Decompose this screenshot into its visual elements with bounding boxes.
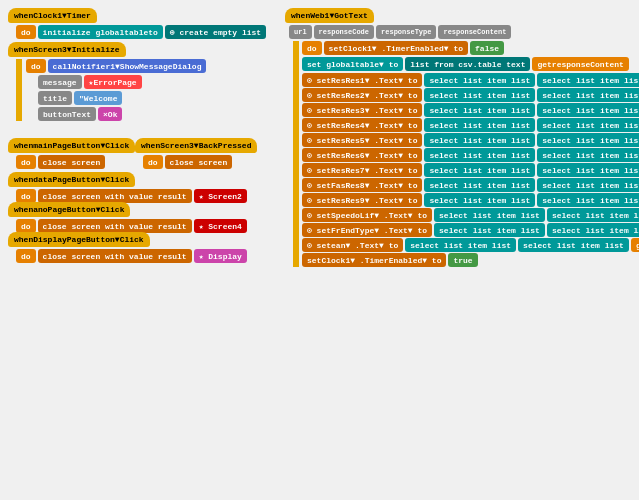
sel-list-item11b[interactable]: select list item list xyxy=(547,223,639,237)
sel-list-item2a[interactable]: select list item list xyxy=(424,88,535,102)
param-rescode: responseCode xyxy=(314,25,374,39)
sel-list-item6b[interactable]: select list item list xyxy=(537,148,639,162)
when-mainpage-click[interactable]: when mainPageButton ▼ Click xyxy=(8,138,135,153)
set-resres7[interactable]: ⊙ set ResRes7 ▼ .Text ▼ to xyxy=(302,163,422,177)
sel-list-item8b[interactable]: select list item list xyxy=(537,178,639,192)
sel-list-item10a[interactable]: select list item list xyxy=(434,208,545,222)
when-web1-gottext[interactable]: when Web1 ▼ GotText xyxy=(285,8,374,23)
sel-list-item1b[interactable]: select list item list xyxy=(537,73,639,87)
error-page-val[interactable]: ★ ErrorPage xyxy=(84,75,142,89)
sel-list-item5a[interactable]: select list item list xyxy=(424,133,535,147)
set-clock1-timer-true[interactable]: set Clock1 ▼ .TimerEnabled ▼ to xyxy=(302,253,446,267)
get-global-table12[interactable]: get global table xyxy=(631,238,639,252)
set-resres5[interactable]: ⊙ set ResRes5 ▼ .Text ▼ to xyxy=(302,133,422,147)
close-screen-value2[interactable]: close screen with value result xyxy=(38,219,192,233)
close-screen1[interactable]: close screen xyxy=(38,155,106,169)
close-screen2[interactable]: close screen xyxy=(165,155,233,169)
sel-list-item10b[interactable]: select list item list xyxy=(547,208,639,222)
set-clock1-timer-false[interactable]: set Clock1 ▼ .TimerEnabled ▼ to xyxy=(324,41,468,55)
set-resres4[interactable]: ⊙ set ResRes4 ▼ .Text ▼ to xyxy=(302,118,422,132)
clock1-timer-group: when Clock1 ▼ Timer do initialize global… xyxy=(8,8,268,41)
ok-val[interactable]: × Ok xyxy=(98,107,122,121)
close-screen-value1[interactable]: close screen with value result xyxy=(38,189,192,203)
do-label-right: do xyxy=(302,41,322,55)
sel-list-item12b[interactable]: select list item list xyxy=(518,238,629,252)
get-response-content[interactable]: get responseContent xyxy=(532,57,628,71)
displaypage-click-group: when DisplayPageButton ▼ Click do close … xyxy=(8,232,249,265)
welcome-val[interactable]: " Welcome xyxy=(74,91,122,105)
mainpage-click-group: when mainPageButton ▼ Click do close scr… xyxy=(8,138,137,171)
set-fasres8[interactable]: ⊙ set FasRes8 ▼ .Text ▼ to xyxy=(302,178,422,192)
param-restype: responseType xyxy=(376,25,436,39)
sel-list-item7a[interactable]: select list item list xyxy=(424,163,535,177)
true-val[interactable]: true xyxy=(448,253,477,267)
sel-list-item4a[interactable]: select list item list xyxy=(424,118,535,132)
when-displaypage-click[interactable]: when DisplayPageButton ▼ Click xyxy=(8,232,150,247)
do-label5: do xyxy=(16,189,36,203)
set-resres1[interactable]: ⊙ set ResRes1 ▼ .Text ▼ to xyxy=(302,73,422,87)
sel-list-item9b[interactable]: select list item list xyxy=(537,193,639,207)
sel-list-item6a[interactable]: select list item list xyxy=(424,148,535,162)
param-url: url xyxy=(289,25,312,39)
sel-list-item5b[interactable]: select list item list xyxy=(537,133,639,147)
set-resres6[interactable]: ⊙ set ResRes6 ▼ .Text ▼ to xyxy=(302,148,422,162)
sel-list-item12a[interactable]: select list item list xyxy=(405,238,516,252)
do-label: do xyxy=(16,25,36,39)
message-label: message xyxy=(38,75,82,89)
set-global-table[interactable]: set global table ▼ to xyxy=(302,57,403,71)
sel-list-item1a[interactable]: select list item list xyxy=(424,73,535,87)
when-clock1-timer[interactable]: when Clock1 ▼ Timer xyxy=(8,8,97,23)
sel-list-item8a[interactable]: select list item list xyxy=(424,178,535,192)
do-label2: do xyxy=(26,59,46,73)
screen2-val[interactable]: ★ Screen2 xyxy=(194,189,247,203)
screen3-init-group: when Screen3 ▼ Initialize do call Notifi… xyxy=(8,42,208,123)
sel-list-item11a[interactable]: select list item list xyxy=(434,223,545,237)
sel-list-item2b[interactable]: select list item list xyxy=(537,88,639,102)
when-screen3-back[interactable]: when Screen3 ▼ BackPressed xyxy=(135,138,257,153)
set-resres3[interactable]: ⊙ set ResRes3 ▼ .Text ▼ to xyxy=(302,103,422,117)
param-rescontent: responseContent xyxy=(438,25,511,39)
do-label3: do xyxy=(16,155,36,169)
when-screen3-init[interactable]: when Screen3 ▼ Initialize xyxy=(8,42,126,57)
do-label6: do xyxy=(16,219,36,233)
do-label7: do xyxy=(16,249,36,263)
screen4-val[interactable]: ★ Screen4 xyxy=(194,219,247,233)
set-frendtype[interactable]: ⊙ set FrEndType ▼ .Text ▼ to xyxy=(302,223,432,237)
title-label: title xyxy=(38,91,72,105)
screen3-back-group: when Screen3 ▼ BackPressed do close scre… xyxy=(135,138,259,171)
datapage-click-group: when dataPageButton ▼ Click do close scr… xyxy=(8,172,249,205)
set-speedolif[interactable]: ⊙ set SpeedoLif ▼ .Text ▼ to xyxy=(302,208,432,222)
do-label4: do xyxy=(143,155,163,169)
web1-gottext-group: when Web1 ▼ GotText url responseCode res… xyxy=(285,8,639,268)
set-ean[interactable]: ⊙ set ean ▼ .Text ▼ to xyxy=(302,238,403,252)
blocks-canvas: when Clock1 ▼ Timer do initialize global… xyxy=(0,0,639,500)
anopage-click-group: when anoPageButton ▼ Click do close scre… xyxy=(8,202,249,235)
when-anopage-click[interactable]: when anoPageButton ▼ Click xyxy=(8,202,130,217)
sel-list-item4b[interactable]: select list item list xyxy=(537,118,639,132)
when-datapage-click[interactable]: when dataPageButton ▼ Click xyxy=(8,172,135,187)
set-resres9[interactable]: ⊙ set ResRes9 ▼ .Text ▼ to xyxy=(302,193,422,207)
buttontext-label: buttonText xyxy=(38,107,96,121)
sel-list-item3b[interactable]: select list item list xyxy=(537,103,639,117)
set-resres2[interactable]: ⊙ set ResRes2 ▼ .Text ▼ to xyxy=(302,88,422,102)
initialize-global[interactable]: initialize global table to xyxy=(38,25,163,39)
list-from-csv[interactable]: list from csv.table text xyxy=(405,57,530,71)
false-val[interactable]: false xyxy=(470,41,504,55)
close-screen-value3[interactable]: close screen with value result xyxy=(38,249,192,263)
call-notifier[interactable]: call Notifier1 ▼ ShowMessageDialog xyxy=(48,59,207,73)
sel-list-item3a[interactable]: select list item list xyxy=(424,103,535,117)
create-empty-list[interactable]: ⊕ create empty list xyxy=(165,25,266,39)
sel-list-item7b[interactable]: select list item list xyxy=(537,163,639,177)
sel-list-item9a[interactable]: select list item list xyxy=(424,193,535,207)
display-val[interactable]: ★ Display xyxy=(194,249,247,263)
